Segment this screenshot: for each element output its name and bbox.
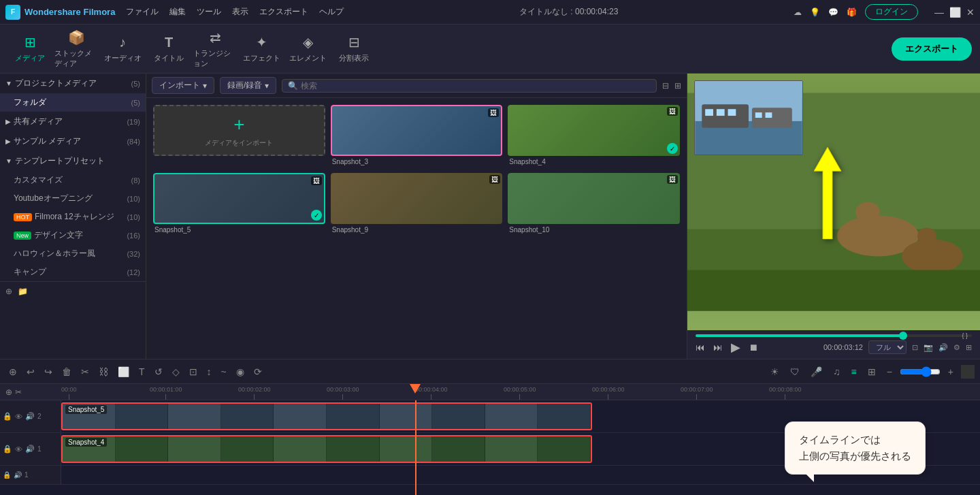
time-display: 00:00:03:12 bbox=[823, 343, 863, 351]
timeline-music-icon[interactable]: ♫ bbox=[830, 364, 844, 379]
fullscreen-icon[interactable]: ⊡ bbox=[912, 343, 918, 352]
toolbar-transition[interactable]: ⇄ トランジション bbox=[193, 30, 237, 68]
menu-file[interactable]: ファイル bbox=[126, 6, 159, 18]
template-halloween[interactable]: ハロウィン＆ホラー風 (32) bbox=[0, 244, 146, 263]
timeline-mic-icon[interactable]: 🎤 bbox=[807, 364, 826, 379]
toolbar-media[interactable]: ⊞ メディア bbox=[8, 30, 52, 68]
track2-clip[interactable]: Snapshot_4 bbox=[61, 435, 592, 463]
pip-icon[interactable]: ⊞ bbox=[966, 343, 972, 352]
template-youtube[interactable]: Youtubeオープニング (10) bbox=[0, 189, 146, 208]
minimize-button[interactable]: — bbox=[934, 7, 944, 18]
record-button[interactable]: 録画/録音 ▾ bbox=[220, 77, 276, 94]
quality-select[interactable]: フル bbox=[868, 340, 906, 354]
prev-frame-button[interactable]: ⏮ bbox=[696, 342, 705, 353]
timeline-diamond[interactable]: ◇ bbox=[169, 364, 183, 379]
scissors-icon[interactable]: ✂ bbox=[15, 387, 22, 397]
folder-icon[interactable]: 📁 bbox=[18, 287, 28, 296]
track1-lock[interactable]: 🔒 bbox=[3, 412, 12, 421]
import-button[interactable]: インポート ▾ bbox=[152, 77, 214, 94]
shared-arrow: ▶ bbox=[5, 118, 11, 125]
add-track-icon[interactable]: ⊕ bbox=[5, 387, 12, 397]
timeline-redo[interactable]: ↪ bbox=[41, 364, 56, 379]
track1-eye[interactable]: 👁 bbox=[15, 413, 22, 421]
search-input[interactable] bbox=[301, 81, 651, 91]
toolbar-element[interactable]: ◈ エレメント bbox=[286, 30, 329, 68]
track3-volume[interactable]: 🔊 bbox=[14, 471, 22, 479]
sample-count: (84) bbox=[127, 138, 140, 146]
snapshot3-item[interactable]: 🖼 Snapshot_3 bbox=[331, 105, 503, 167]
menu-help[interactable]: ヘルプ bbox=[319, 6, 344, 18]
grid-icon[interactable]: ⊞ bbox=[674, 81, 681, 91]
track2-lock[interactable]: 🔒 bbox=[3, 445, 12, 453]
timeline-sun-icon[interactable]: ☀ bbox=[767, 364, 783, 379]
timeline-add-track[interactable]: ⊕ bbox=[5, 364, 20, 379]
template-camp[interactable]: キャンプ (12) bbox=[0, 263, 146, 281]
timeline-shield-icon[interactable]: 🛡 bbox=[787, 364, 803, 379]
timeline-cut[interactable]: ✂ bbox=[78, 364, 93, 379]
template-filmora12[interactable]: HOT Filmora 12チャレンジ (10) bbox=[0, 208, 146, 226]
toolbar-effect[interactable]: ✦ エフェクト bbox=[240, 30, 283, 68]
timeline-plus-zoom[interactable]: + bbox=[945, 364, 957, 379]
stop-button[interactable]: ⏹ bbox=[749, 342, 758, 353]
timeline-undo[interactable]: ↩ bbox=[23, 364, 38, 379]
timeline-split[interactable]: ↕ bbox=[203, 364, 215, 379]
ruler-mark-5: 00:00:05:00 bbox=[504, 386, 536, 400]
frame-step-button[interactable]: ⏭ bbox=[713, 342, 723, 353]
add-folder-icon[interactable]: ⊕ bbox=[5, 287, 12, 296]
cloud-icon[interactable]: ☁ bbox=[794, 7, 802, 17]
track2-volume[interactable]: 🔊 bbox=[25, 445, 35, 453]
toolbar-audio[interactable]: ♪ オーディオ bbox=[101, 30, 144, 68]
bulb-icon[interactable]: 💡 bbox=[810, 7, 820, 17]
menu-view[interactable]: 表示 bbox=[232, 6, 248, 18]
sample-media-header[interactable]: ▶ サンプル メディア (84) bbox=[0, 131, 146, 151]
filter-icon[interactable]: ⊟ bbox=[662, 81, 669, 91]
zoom-slider[interactable] bbox=[900, 366, 941, 377]
project-media-header[interactable]: ▼ プロジェクトメディア (5) bbox=[0, 74, 146, 93]
snapshot5-check: ✓ bbox=[311, 210, 322, 221]
menu-export[interactable]: エクスポート bbox=[259, 6, 308, 18]
close-button[interactable]: ✕ bbox=[966, 7, 975, 18]
snapshot5-item[interactable]: 🖼 ✓ Snapshot_5 bbox=[153, 173, 325, 236]
timeline-crop[interactable]: ⬜ bbox=[114, 364, 133, 379]
shared-media-header[interactable]: ▶ 共有メディア (19) bbox=[0, 112, 146, 131]
timeline-record[interactable]: ◉ bbox=[233, 364, 248, 379]
timeline-link[interactable]: ⛓ bbox=[95, 364, 112, 379]
template-customize[interactable]: カスタマイズ (8) bbox=[0, 171, 146, 189]
menu-tools[interactable]: ツール bbox=[197, 6, 221, 18]
progress-bar[interactable]: { } bbox=[696, 334, 972, 337]
export-button[interactable]: エクスポート bbox=[892, 37, 972, 61]
snapshot10-item[interactable]: 🖼 Snapshot_10 bbox=[508, 173, 680, 236]
timeline-audio[interactable]: ~ bbox=[218, 364, 230, 379]
login-button[interactable]: ログイン bbox=[865, 4, 918, 20]
import-placeholder-item[interactable]: + メディアをインポート bbox=[153, 105, 325, 167]
timeline-speed[interactable]: ⟳ bbox=[250, 364, 265, 379]
menu-edit[interactable]: 編集 bbox=[169, 6, 186, 18]
timeline-motion[interactable]: ⊡ bbox=[186, 364, 201, 379]
volume-icon[interactable]: 🔊 bbox=[938, 343, 948, 352]
timeline-text[interactable]: T bbox=[135, 364, 148, 379]
timeline-pip2-icon[interactable]: ⊞ bbox=[864, 364, 879, 379]
track1-clip[interactable]: Snapshot_5 bbox=[61, 402, 592, 430]
chat-icon[interactable]: 💬 bbox=[828, 7, 838, 17]
template-preset-header[interactable]: ▼ テンプレートプリセット bbox=[0, 151, 146, 171]
timeline-layers-icon[interactable]: ≡ bbox=[847, 364, 860, 379]
media-grid: + メディアをインポート 🖼 Snapshot_3 🖼 ✓ Snapshot_4 bbox=[146, 98, 687, 242]
timeline-minus-zoom[interactable]: − bbox=[883, 364, 896, 379]
toolbar-split[interactable]: ⊟ 分割表示 bbox=[332, 30, 376, 68]
track2-eye[interactable]: 👁 bbox=[15, 445, 22, 453]
timeline-delete[interactable]: 🗑 bbox=[59, 364, 75, 379]
template-design-text[interactable]: New デザイン文字 (16) bbox=[0, 226, 146, 244]
toolbar-title[interactable]: T タイトル bbox=[147, 30, 191, 68]
maximize-button[interactable]: ⬜ bbox=[949, 7, 961, 18]
gift-icon[interactable]: 🎁 bbox=[847, 7, 857, 17]
folder-item[interactable]: フォルダ (5) bbox=[0, 93, 146, 112]
settings-icon[interactable]: ⚙ bbox=[953, 343, 960, 352]
toolbar-stock[interactable]: 📦 ストックメディア bbox=[54, 30, 98, 68]
track1-volume[interactable]: 🔊 bbox=[25, 412, 35, 421]
snapshot4-item[interactable]: 🖼 ✓ Snapshot_4 bbox=[508, 105, 680, 167]
timeline-rotate[interactable]: ↺ bbox=[151, 364, 166, 379]
play-button[interactable]: ▶ bbox=[731, 340, 740, 355]
snapshot9-item[interactable]: 🖼 Snapshot_9 bbox=[331, 173, 503, 236]
track3-lock[interactable]: 🔒 bbox=[3, 471, 11, 479]
snapshot-icon[interactable]: 📷 bbox=[924, 343, 933, 352]
